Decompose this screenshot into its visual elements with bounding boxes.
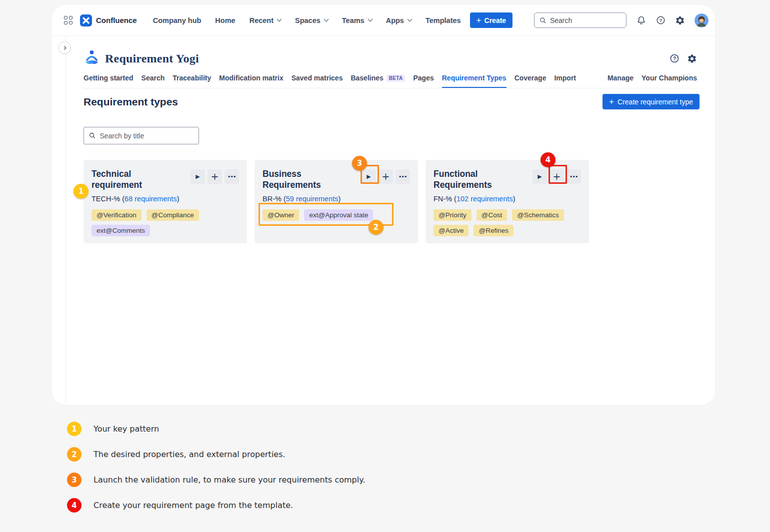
svg-text:?: ? [673,56,676,61]
tab-manage[interactable]: Manage [608,74,634,88]
play-icon: ▶ [196,174,200,179]
card-functional-requirements: Functional Requirements ▶ + ⋯ FN-% (102 … [426,160,589,243]
page-title: Requirement types [84,96,178,108]
tab-import[interactable]: Import [554,74,576,88]
product-name: Confluence [96,16,137,24]
create-page-button[interactable]: + [378,169,393,184]
sidebar-expand-button[interactable] [58,41,71,54]
tab-saved-matrices[interactable]: Saved matrices [292,74,343,88]
chevron-down-icon [277,17,282,22]
app-title: Requirement Yogi [105,52,199,65]
run-validation-button[interactable]: ▶ [362,169,376,184]
beta-badge: BETA [386,74,406,82]
requirements-count-link[interactable]: 102 requirements [456,195,513,203]
key-pattern-line: BR-% (59 requirements) [262,195,410,203]
legend-item-2: 2 The desired properties, and external p… [67,447,365,462]
requirements-count-link[interactable]: 68 requirements [124,195,177,203]
tab-baselines[interactable]: BaselinesBETA [350,74,405,88]
global-search[interactable] [534,12,626,28]
plus-icon: + [211,172,219,181]
tab-modification-matrix[interactable]: Modification matrix [219,74,283,88]
ellipsis-icon: ⋯ [570,173,578,181]
key-pattern-line: FN-% (102 requirements) [434,195,581,203]
tab-requirement-types[interactable]: Requirement Types [442,74,506,88]
page: { "topnav": { "product_name": "Confluenc… [0,0,770,532]
key-pattern: BR-% [262,195,282,203]
tab-coverage[interactable]: Coverage [514,74,546,88]
create-requirement-type-button[interactable]: + Create requirement type [602,94,700,109]
property-tags: @Verification @Compliance ext@Comments [92,209,232,236]
create-button[interactable]: + Create [470,12,513,28]
nav-item-recent[interactable]: Recent [247,13,284,27]
plus-icon: + [553,172,561,181]
legend-item-1: 1 Your key pattern [67,422,365,436]
plus-icon: + [382,172,390,181]
chevron-down-icon [324,17,328,22]
legend-text-2: The desired properties, and external pro… [94,450,286,459]
legend-marker-1: 1 [67,422,82,436]
confluence-app-window: Confluence Company hub Home Recent Space… [52,5,715,405]
global-search-input[interactable] [550,16,621,24]
settings-gear-icon[interactable] [675,15,685,25]
tab-pages[interactable]: Pages [413,74,434,88]
run-validation-button[interactable]: ▶ [532,169,547,184]
tab-your-champions[interactable]: Your Champions [642,74,697,88]
property-tag: @Refines [474,225,513,236]
nav-item-apps[interactable]: Apps [384,13,414,27]
global-topbar: Confluence Company hub Home Recent Space… [52,5,715,36]
chevron-down-icon [368,17,372,22]
property-tag: @Schematics [512,209,564,221]
create-page-button[interactable]: + [208,169,222,184]
search-by-title-input[interactable] [100,132,194,140]
notifications-bell-icon[interactable] [636,15,646,25]
user-avatar[interactable] [694,13,708,27]
app-settings-gear-icon[interactable] [687,53,697,63]
nav-item-spaces[interactable]: Spaces [292,13,330,27]
requirement-type-cards: Technical requirement ▶ + ⋯ TECH-% (68 r… [84,160,589,243]
nav-item-teams[interactable]: Teams [340,13,374,27]
property-tags: @Owner ext@Approval state [262,209,402,221]
key-pattern-line: TECH-% (68 requirements) [92,195,239,203]
more-actions-button[interactable]: ⋯ [396,169,410,184]
requirements-count-link[interactable]: 59 requirements [286,195,338,203]
property-tag: @Verification [92,209,142,221]
property-tag: @Compliance [146,209,199,221]
tab-getting-started[interactable]: Getting started [84,74,134,88]
card-title: Functional Requirements [434,168,516,190]
sidebar-divider [66,36,66,405]
requirement-yogi-logo-icon [84,50,100,67]
card-technical-requirement: Technical requirement ▶ + ⋯ TECH-% (68 r… [84,160,247,243]
requirement-yogi-header: Requirement Yogi ? [84,47,697,70]
legend-text-3: Launch the validation rule, to make sure… [94,475,365,485]
play-icon: ▶ [366,174,370,179]
legend-text-4: Create your requirement page from the te… [94,501,293,510]
create-page-button[interactable]: + [550,169,564,184]
property-tag: @Priority [434,209,472,221]
property-tags: @Priority @Cost @Schematics @Active @Ref… [434,209,574,236]
nav-item-company-hub[interactable]: Company hub [150,13,204,27]
run-validation-button[interactable]: ▶ [190,169,205,184]
confluence-logo-icon[interactable] [80,14,92,26]
plus-icon: + [609,97,614,106]
external-property-tag: ext@Approval state [304,209,373,221]
play-icon: ▶ [538,174,542,179]
help-icon[interactable]: ? [656,15,666,25]
tab-traceability[interactable]: Traceability [172,74,211,88]
legend-item-3: 3 Launch the validation rule, to make su… [67,473,365,487]
app-help-icon[interactable]: ? [670,53,680,63]
property-tag: @Cost [476,209,507,221]
key-pattern: TECH-% [92,195,120,203]
search-icon [540,16,546,24]
card-title: Business Requirements [262,168,345,190]
more-actions-button[interactable]: ⋯ [566,169,581,184]
chevron-right-icon [62,45,68,50]
tab-search[interactable]: Search [142,74,165,88]
app-switcher-icon[interactable] [64,16,72,24]
nav-item-home[interactable]: Home [212,13,238,27]
nav-item-templates[interactable]: Templates [423,13,464,27]
card-title: Technical requirement [92,168,174,190]
more-actions-button[interactable]: ⋯ [224,169,239,184]
ellipsis-icon: ⋯ [399,173,407,181]
search-by-title-field[interactable] [84,127,199,144]
plus-icon: + [476,16,482,24]
